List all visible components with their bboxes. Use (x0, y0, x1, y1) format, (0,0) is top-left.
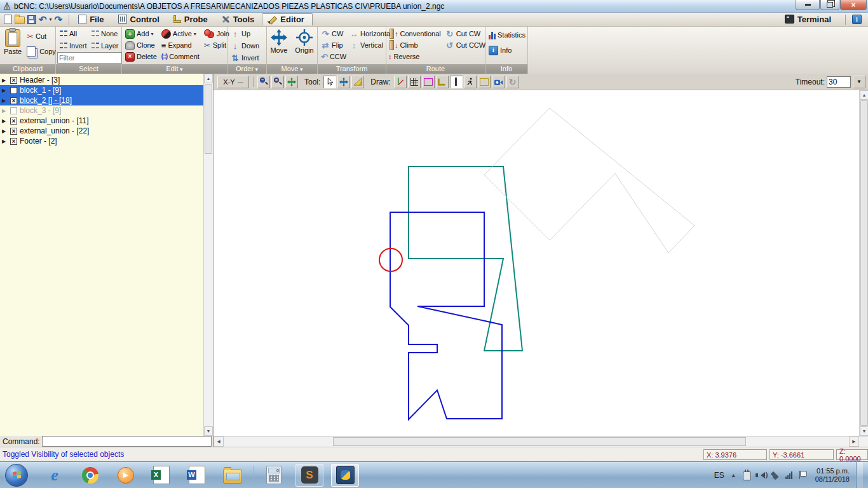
cut-button[interactable]: ✂ Cut (25, 30, 58, 42)
tree-item[interactable]: ▶×Footer - [2] (0, 136, 203, 146)
redo-icon[interactable]: ↷ (55, 15, 63, 24)
info-button[interactable]: i Info (487, 44, 526, 56)
tree-item[interactable]: ▶×block_2 [] - [18] (0, 95, 203, 105)
expand-arrow-icon[interactable]: ▶ (2, 88, 8, 93)
tab-file[interactable]: File (72, 13, 111, 25)
pan-tool-button[interactable] (337, 76, 350, 88)
close-button[interactable]: × (840, 0, 867, 10)
taskbar-item-bcnc-python[interactable] (331, 464, 359, 487)
taskbar-item-chrome[interactable] (76, 464, 104, 487)
network-signal-icon[interactable] (785, 471, 792, 479)
scroll-right-button[interactable]: ▶ (849, 437, 859, 447)
canvas-vertical-scrollbar[interactable]: ▲ ▼ (859, 90, 868, 436)
move-button[interactable]: Move (268, 28, 290, 64)
flip-button[interactable]: ⇄ Flip (319, 39, 347, 51)
order-down-button[interactable]: ↓ Down (229, 40, 265, 51)
draw-workarea-button[interactable] (478, 76, 491, 88)
rotate-cw-button[interactable]: ↷ CW (319, 28, 347, 39)
select-all-button[interactable]: All (57, 28, 88, 39)
undo-icon[interactable]: ↶ (39, 15, 47, 24)
tray-expand-icon[interactable]: ▲ (731, 472, 736, 478)
expand-arrow-icon[interactable]: ▶ (2, 128, 8, 134)
maximize-button[interactable] (820, 0, 839, 10)
start-button[interactable] (5, 464, 28, 487)
zoom-out-button[interactable]: − (271, 76, 284, 88)
visibility-checkbox[interactable]: × (10, 128, 17, 135)
scroll-up-button[interactable]: ▲ (860, 90, 868, 100)
rotate-ccw-button[interactable]: ↶ CCW (319, 51, 347, 62)
minimize-button[interactable] (796, 0, 820, 10)
expand-arrow-icon[interactable]: ▶ (2, 108, 8, 114)
comment-button[interactable]: (::) Comment (159, 51, 201, 62)
scroll-down-button[interactable]: ▼ (860, 426, 868, 436)
paste-button[interactable]: Paste (1, 28, 24, 64)
command-input[interactable] (42, 436, 212, 447)
canvas-horizontal-scrollbar[interactable]: ◀ ▶ (214, 436, 868, 447)
active-button[interactable]: Active ▾ (159, 28, 201, 39)
tree-item[interactable]: ▶×external_union - [22] (0, 126, 203, 136)
path-disabled-gray[interactable] (484, 108, 695, 253)
timeout-input[interactable] (827, 76, 851, 88)
expand-arrow-icon[interactable]: ▶ (2, 78, 8, 83)
copy-button[interactable]: Copy (25, 46, 58, 57)
tree-item[interactable]: ▶block_1 - [9] (0, 85, 203, 95)
scrollbar-thumb[interactable] (860, 100, 868, 426)
save-file-icon[interactable] (27, 15, 36, 24)
scrollbar-thumb[interactable] (333, 437, 746, 446)
origin-button[interactable]: Origin (292, 28, 316, 64)
path-external-union-teal[interactable] (409, 166, 522, 351)
visibility-checkbox[interactable]: × (10, 118, 17, 125)
select-tool-button[interactable] (323, 76, 336, 88)
undo-dropdown-icon[interactable]: ▾ (50, 17, 52, 22)
tab-control[interactable]: Control (112, 13, 167, 25)
draw-axes-button[interactable] (394, 76, 407, 88)
expand-button[interactable]: ≡ Expand (159, 39, 201, 51)
tree-scrollbar[interactable]: ▲ ▼ (203, 74, 213, 436)
xy-view-button[interactable]: X-Y — (217, 76, 249, 88)
select-invert-button[interactable]: Invert (57, 40, 88, 51)
draw-refresh-button[interactable]: ↻ (506, 76, 519, 88)
taskbar-clock[interactable]: 01:55 p.m. 08/11/2018 (815, 467, 850, 484)
zoom-in-button[interactable]: + (257, 76, 270, 88)
filter-input[interactable] (57, 52, 122, 64)
taskbar-item-explorer[interactable] (219, 464, 247, 487)
show-desktop-button[interactable] (856, 462, 863, 488)
scroll-down-button[interactable]: ▼ (204, 426, 213, 436)
taskbar-item-internet-explorer[interactable]: e (41, 464, 69, 487)
speaker-icon[interactable] (757, 472, 765, 478)
tab-probe[interactable]: Probe (167, 13, 215, 25)
cnc-canvas[interactable] (214, 90, 859, 436)
power-plug-icon[interactable] (743, 471, 751, 480)
visibility-checkbox[interactable]: × (10, 77, 17, 84)
taskbar-item-calculator[interactable] (260, 464, 288, 487)
select-layer-button[interactable]: Layer (89, 40, 121, 51)
draw-camera-button[interactable] (492, 76, 505, 88)
taskbar-item-excel[interactable] (147, 464, 175, 487)
language-indicator[interactable]: ES (714, 471, 724, 480)
add-button[interactable]: + Add ▾ (123, 28, 159, 39)
tab-tools[interactable]: Tools (215, 13, 262, 25)
delete-button[interactable]: × Delete (123, 51, 159, 62)
tree-item[interactable]: ▶×external_union - [11] (0, 116, 203, 126)
visibility-checkbox[interactable] (10, 87, 17, 94)
taskbar-item-word[interactable] (183, 464, 211, 487)
expand-arrow-icon[interactable]: ▶ (2, 98, 8, 104)
visibility-checkbox[interactable]: × (10, 97, 17, 104)
visibility-checkbox[interactable] (10, 107, 17, 114)
open-file-icon[interactable] (15, 17, 25, 24)
draw-probe-button[interactable] (436, 76, 449, 88)
scroll-up-button[interactable]: ▲ (204, 74, 213, 83)
path-blocks-blue[interactable] (390, 212, 502, 419)
draw-grid-button[interactable] (408, 76, 421, 88)
cut-ccw-button[interactable]: ↺ Cut CCW (444, 39, 487, 51)
order-invert-button[interactable]: ⇅ Invert (229, 52, 265, 64)
draw-margin-button[interactable] (422, 76, 435, 88)
draw-paths-button[interactable] (450, 76, 463, 88)
scrollbar-thumb[interactable] (205, 84, 212, 154)
draw-rapid-button[interactable] (464, 76, 477, 88)
new-file-icon[interactable] (4, 15, 12, 24)
tree-item[interactable]: ▶block_3 - [9] (0, 105, 203, 116)
taskbar-item-media-player[interactable]: ▶ (112, 464, 140, 487)
tab-terminal[interactable]: Terminal (778, 13, 839, 25)
action-center-flag-icon[interactable] (799, 471, 806, 479)
